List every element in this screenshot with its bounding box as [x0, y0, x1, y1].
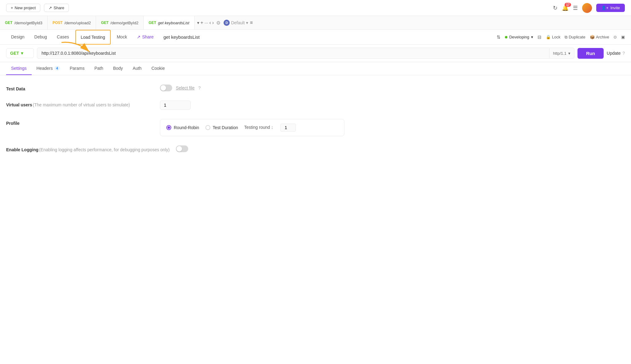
sort-icon[interactable]: ⇅	[497, 34, 501, 40]
virtual-users-input[interactable]	[160, 101, 191, 110]
profile-options: Round-Robin Test Duration Testing round：	[160, 119, 344, 136]
enable-logging-label-text: Enable Logging	[6, 147, 38, 152]
round-robin-radio[interactable]	[166, 125, 171, 130]
subtab-path[interactable]: Path	[89, 62, 108, 75]
subtab-params[interactable]: Params	[65, 62, 89, 75]
enable-logging-toggle[interactable]	[176, 145, 188, 152]
request-tab-2[interactable]: GET /demo/getById2	[96, 16, 144, 30]
archive-label: Archive	[596, 35, 609, 39]
env-name: Default	[231, 20, 244, 25]
request-tab-1[interactable]: POST /demo/upload2	[48, 16, 96, 30]
test-data-toggle[interactable]	[160, 85, 172, 91]
testing-round-label: Testing round：	[244, 125, 274, 130]
run-button[interactable]: Run	[577, 48, 604, 59]
developing-status[interactable]: Developing ▾	[505, 35, 533, 39]
user-avatar[interactable]	[582, 3, 592, 13]
env-dropdown-icon: ▾	[246, 20, 248, 25]
request-tab-3[interactable]: GET get keyboardsList	[144, 16, 195, 30]
tab-design[interactable]: Design	[6, 30, 30, 45]
env-selector[interactable]: D Default ▾	[224, 20, 248, 26]
virtual-users-note: (The maximum number of virtual users to …	[33, 102, 130, 107]
subtab-settings[interactable]: Settings	[6, 62, 32, 75]
subtab-headers[interactable]: Headers 4	[32, 62, 65, 75]
subtab-path-label: Path	[94, 66, 103, 71]
tabs-prev-button[interactable]: ‹	[209, 20, 211, 26]
virtual-users-row: Virtual users (The maximum number of vir…	[6, 101, 625, 110]
method-selector[interactable]: GET ▾	[6, 48, 34, 58]
url-input-wrapper: http/1.1 ▾	[37, 48, 574, 59]
side-panel-icon[interactable]: ▣	[621, 35, 625, 39]
subtab-cookie[interactable]: Cookie	[146, 62, 170, 75]
profile-row: Profile Round-Robin Test Duration Testin…	[6, 119, 625, 136]
test-duration-label: Test Duration	[213, 125, 238, 130]
protocol-dropdown-icon: ▾	[568, 51, 570, 56]
settings-icon: ⚙	[216, 20, 220, 26]
tab-load-testing[interactable]: Load Testing	[75, 30, 111, 45]
tab-debug-label: Debug	[34, 34, 47, 39]
tab-share-action[interactable]: ↗ Share	[132, 30, 158, 45]
lock-action[interactable]: 🔒 Lock	[546, 35, 560, 39]
archive-action[interactable]: 📦 Archive	[590, 35, 609, 39]
profile-control: Round-Robin Test Duration Testing round：	[160, 119, 344, 136]
protocol-selector[interactable]: http/1.1 ▾	[549, 49, 574, 58]
invite-button[interactable]: 👤+ Invite	[596, 4, 625, 12]
user-plus-icon: 👤+	[601, 6, 609, 10]
sub-tabs: Settings Headers 4 Params Path Body Auth…	[0, 62, 631, 75]
tab-design-label: Design	[11, 34, 25, 39]
tab-debug[interactable]: Debug	[30, 30, 52, 45]
tab-path-1: /demo/upload2	[64, 21, 91, 25]
update-button[interactable]: Update ?	[607, 51, 625, 56]
select-file-link[interactable]: Select file	[176, 85, 195, 90]
profile-label-text: Profile	[6, 121, 20, 126]
url-input[interactable]	[37, 48, 549, 58]
messages-button[interactable]: ☰	[573, 5, 578, 11]
subtab-auth[interactable]: Auth	[128, 62, 147, 75]
tabs-actions: ▾ + ··· ‹ › ⚙ D Default ▾ ≡	[195, 20, 255, 26]
lock-label: Lock	[552, 35, 560, 39]
subtab-settings-label: Settings	[11, 66, 27, 71]
test-data-row: Test Data Select file ?	[6, 85, 625, 91]
enable-logging-control	[176, 145, 188, 152]
method-badge-0: GET	[5, 21, 13, 25]
align-icon[interactable]: ⊟	[538, 34, 542, 40]
test-data-label: Test Data	[6, 85, 154, 91]
new-project-button[interactable]: + New project	[6, 4, 40, 12]
request-tab-group: GET /demo/getById3 POST /demo/upload2 GE…	[0, 16, 195, 30]
notification-button[interactable]: 🔔 17	[562, 5, 569, 11]
share-button[interactable]: ↗ Share	[44, 4, 69, 12]
protocol-label: http/1.1	[553, 51, 566, 56]
tab-cases[interactable]: Cases	[52, 30, 74, 45]
tabs-more-button[interactable]: ···	[204, 20, 208, 25]
method-dropdown-icon: ▾	[21, 51, 23, 56]
tab-path-3: get keyboardsList	[158, 21, 189, 25]
run-label: Run	[586, 51, 595, 56]
round-robin-option[interactable]: Round-Robin	[166, 125, 199, 130]
tabs-add-button[interactable]: +	[200, 20, 203, 26]
duplicate-action[interactable]: ⧉ Duplicate	[565, 35, 585, 40]
tab-mock[interactable]: Mock	[112, 30, 132, 45]
duplicate-icon: ⧉	[565, 35, 567, 40]
testing-round-input[interactable]	[280, 124, 296, 132]
subtab-body[interactable]: Body	[108, 62, 128, 75]
share-label: Share	[54, 6, 64, 10]
share-action-label: Share	[142, 34, 153, 39]
endpoint-name: get keyboardsList	[164, 34, 200, 40]
more-settings-icon[interactable]: ⊙	[613, 35, 617, 39]
message-icon: ☰	[573, 5, 578, 11]
test-duration-option[interactable]: Test Duration	[205, 125, 238, 130]
method-badge-1: POST	[53, 21, 63, 25]
help-circle-icon: ?	[622, 51, 625, 56]
tabs-next-button[interactable]: ›	[212, 20, 214, 26]
tab-mock-label: Mock	[117, 34, 127, 39]
request-tab-0[interactable]: GET /demo/getById3	[0, 16, 48, 30]
virtual-users-control	[160, 101, 191, 110]
refresh-button[interactable]: ↻	[553, 5, 558, 11]
profile-label: Profile	[6, 119, 154, 126]
tabs-dropdown-button[interactable]: ▾	[197, 20, 199, 25]
share-icon: ↗	[49, 6, 52, 10]
content-area: Test Data Select file ? Virtual users (T…	[0, 75, 631, 171]
menu-icon[interactable]: ≡	[250, 20, 253, 26]
enable-logging-row: Enable Logging (Enabling logging affects…	[6, 145, 625, 152]
test-duration-radio[interactable]	[205, 125, 210, 130]
test-data-help-icon[interactable]: ?	[198, 85, 201, 90]
